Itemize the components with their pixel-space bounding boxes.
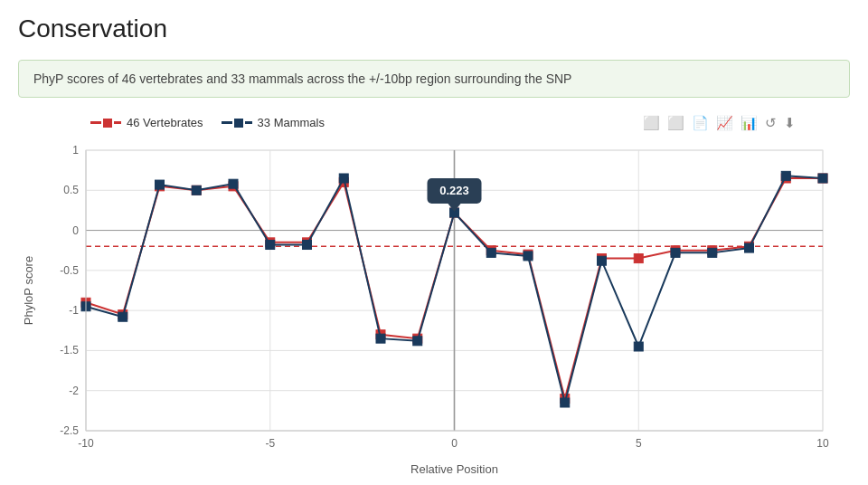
svg-rect-66 (634, 342, 643, 351)
download-icon[interactable]: ⬇ (784, 116, 796, 129)
mammals-line-icon (222, 119, 252, 128)
vertebrates-line-icon (90, 119, 121, 128)
chart-area: -2.5-2-1.5-1-0.500.51-10-50510Relative P… (18, 137, 850, 480)
svg-text:0.5: 0.5 (63, 184, 79, 196)
info-box: PhyP scores of 46 vertebrates and 33 mam… (18, 60, 850, 98)
chart-svg: -2.5-2-1.5-1-0.500.51-10-50510Relative P… (18, 137, 850, 480)
svg-text:-1.5: -1.5 (60, 344, 79, 357)
svg-text:-1: -1 (69, 304, 79, 317)
legend-vertebrates: 46 Vertebrates (90, 116, 203, 129)
line-chart-icon[interactable]: 📈 (716, 116, 733, 129)
svg-text:5: 5 (636, 437, 642, 450)
refresh-icon[interactable]: ↺ (765, 116, 777, 129)
svg-text:1: 1 (72, 144, 79, 157)
svg-text:0.223: 0.223 (439, 184, 469, 197)
svg-text:-10: -10 (78, 437, 94, 450)
svg-rect-70 (781, 171, 790, 180)
svg-rect-54 (192, 185, 201, 195)
svg-text:-5: -5 (265, 437, 275, 450)
svg-rect-62 (486, 248, 495, 257)
svg-rect-71 (818, 174, 827, 183)
svg-rect-52 (118, 312, 127, 321)
svg-text:PhyloP score: PhyloP score (22, 256, 35, 325)
svg-rect-57 (303, 241, 312, 250)
svg-rect-67 (671, 248, 680, 257)
legend-mammals: 33 Mammals (222, 116, 325, 129)
svg-text:0: 0 (72, 224, 79, 237)
svg-rect-59 (376, 334, 385, 343)
page-title: Conservation (18, 14, 850, 43)
svg-rect-53 (156, 180, 165, 189)
bar-chart-icon[interactable]: 📊 (741, 116, 758, 129)
legend-toolbar: 46 Vertebrates 33 Mammals ⬜ ⬜ 📄 📈 📊 ↺ ⬇ (18, 116, 850, 129)
svg-rect-65 (598, 256, 607, 265)
crop-icon[interactable]: ⬜ (643, 116, 660, 129)
toolbar: ⬜ ⬜ 📄 📈 📊 ↺ ⬇ (643, 116, 796, 129)
legend: 46 Vertebrates 33 Mammals (90, 116, 325, 129)
svg-rect-64 (561, 398, 570, 407)
svg-rect-56 (266, 241, 275, 250)
crop2-icon[interactable]: ⬜ (667, 116, 684, 129)
mammals-label: 33 Mammals (258, 116, 325, 129)
svg-text:Relative Position: Relative Position (410, 462, 498, 476)
svg-text:-2: -2 (69, 385, 79, 397)
svg-rect-63 (524, 252, 533, 261)
svg-rect-69 (745, 243, 754, 252)
file-icon[interactable]: 📄 (692, 116, 709, 129)
svg-rect-68 (708, 248, 717, 257)
chart-container: 46 Vertebrates 33 Mammals ⬜ ⬜ 📄 📈 📊 ↺ ⬇ … (18, 116, 850, 480)
svg-text:10: 10 (816, 437, 829, 450)
svg-text:0: 0 (451, 437, 458, 450)
svg-text:-2.5: -2.5 (60, 424, 79, 437)
svg-rect-58 (339, 174, 348, 183)
svg-rect-45 (634, 254, 643, 263)
svg-rect-55 (229, 179, 238, 188)
vertebrates-label: 46 Vertebrates (127, 116, 203, 129)
svg-rect-60 (413, 337, 422, 346)
svg-text:-0.5: -0.5 (60, 264, 79, 277)
